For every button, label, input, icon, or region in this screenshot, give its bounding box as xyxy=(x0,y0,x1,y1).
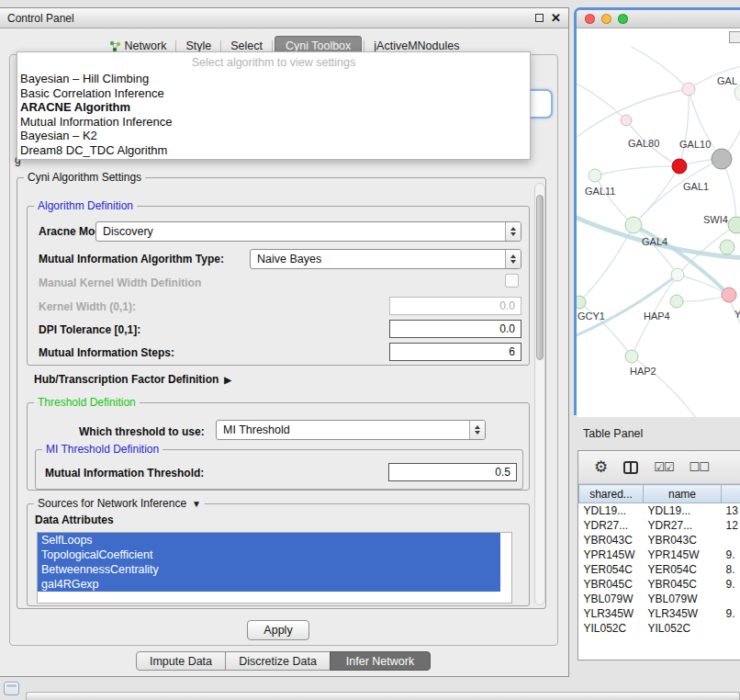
dpi-tolerance-label: DPI Tolerance [0,1]: xyxy=(39,323,140,336)
network-edge[interactable] xyxy=(677,295,729,301)
network-edge[interactable] xyxy=(633,166,679,225)
settings-scrollbar-track[interactable] xyxy=(534,183,545,605)
network-edge[interactable] xyxy=(595,166,679,175)
settings-scrollbar-thumb[interactable] xyxy=(536,195,544,360)
attribute-table: shared... name YDL19... YDL19... 13 YDR2… xyxy=(578,484,740,636)
network-window-titlebar[interactable] xyxy=(577,10,740,28)
attribute-list-item[interactable]: BetweennessCentrality xyxy=(38,562,500,577)
network-node[interactable] xyxy=(671,268,684,281)
tab-label: Network xyxy=(125,40,167,52)
desktop: Control Panel ✕ Network Style xyxy=(0,0,740,700)
collapsed-panel-bar[interactable] xyxy=(26,692,740,700)
table-row[interactable]: YPR145W YPR145W 9. xyxy=(579,548,740,562)
table-row[interactable]: YDL19... YDL19... 13 xyxy=(579,503,740,518)
cell-name: YPR145W xyxy=(644,548,722,562)
bottom-tab-infer-network[interactable]: Infer Network xyxy=(330,651,431,671)
attribute-list-item[interactable]: SelfLoops xyxy=(38,533,500,548)
close-traffic-light[interactable] xyxy=(585,14,595,24)
tab-label: Style xyxy=(185,40,211,52)
dropdown-item[interactable]: Basic Correlation Inference xyxy=(17,86,530,101)
network-edge[interactable] xyxy=(632,47,689,89)
network-node-label: GCY1 xyxy=(577,310,605,322)
network-edge[interactable] xyxy=(595,175,633,225)
network-node[interactable] xyxy=(672,159,687,174)
network-node[interactable] xyxy=(577,296,586,309)
dropdown-item[interactable]: ARACNE Algorithm xyxy=(17,100,530,115)
sources-group: Sources for Network Inference▼ Data Attr… xyxy=(27,503,530,606)
which-threshold-select[interactable]: MI Threshold xyxy=(216,420,486,440)
network-edge[interactable] xyxy=(577,89,689,137)
network-node[interactable] xyxy=(734,85,740,101)
mi-steps-field[interactable] xyxy=(389,343,521,361)
bottom-tab-impute-data[interactable]: Impute Data xyxy=(136,651,226,671)
data-attributes-label: Data Attributes xyxy=(35,514,114,526)
minimize-traffic-light[interactable] xyxy=(601,14,611,24)
network-node-label: GAL11 xyxy=(585,186,615,197)
chevron-down-icon: ▼ xyxy=(192,499,201,509)
dropdown-item[interactable]: Bayesian – Hill Climbing xyxy=(17,72,530,86)
deselect-all-icon[interactable]: ☐☐ xyxy=(690,460,709,474)
close-icon[interactable]: ✕ xyxy=(551,12,561,24)
apply-button[interactable]: Apply xyxy=(247,620,309,640)
zoom-traffic-light[interactable] xyxy=(618,14,628,24)
network-node[interactable] xyxy=(625,217,642,233)
network-node[interactable] xyxy=(728,217,740,233)
table-row[interactable]: YDR27... YDR27... 12 xyxy=(579,518,740,533)
dropdown-item[interactable]: Mutual Information Inference xyxy=(17,115,530,130)
cell-shared-name: YBR043C xyxy=(579,533,644,548)
dropdown-item[interactable]: Bayesian – K2 xyxy=(17,129,530,143)
network-node[interactable] xyxy=(589,169,601,182)
attribute-list-item[interactable]: gal4RGexp xyxy=(38,577,500,592)
minimized-window-icon[interactable] xyxy=(4,682,19,695)
algorithm-dropdown-popup: Select algorithm to view settings Bayesi… xyxy=(17,51,531,160)
dpi-tolerance-field[interactable] xyxy=(389,320,521,338)
table-row[interactable]: YIL052C YIL052C xyxy=(579,621,740,636)
table-row[interactable]: YBR043C YBR043C xyxy=(579,533,740,548)
dropdown-item[interactable]: Dream8 DC_TDC Algorithm xyxy=(17,143,530,158)
cell-shared-name: YLR345W xyxy=(579,606,644,621)
gear-icon[interactable]: ⚙ xyxy=(594,457,608,477)
network-node-label: HAP4 xyxy=(644,310,670,322)
table-panel: ⚙ ☑☑ ☐☐ shared... name YDL19... YDL19... xyxy=(577,450,740,660)
hub-section-toggle[interactable]: Hub/Transcription Factor Definition▶ xyxy=(34,373,231,386)
table-row[interactable]: YLR345W YLR345W 9. xyxy=(579,606,740,621)
network-node-label: GAL xyxy=(717,75,737,86)
kernel-width-field[interactable] xyxy=(389,297,521,315)
tab-label: Select xyxy=(230,40,263,52)
mi-algorithm-type-select[interactable]: Naive Bayes xyxy=(250,249,521,269)
mi-threshold-field[interactable] xyxy=(388,463,517,481)
network-scroll-corner[interactable] xyxy=(729,31,740,43)
network-node-label: GAL1 xyxy=(683,181,709,192)
network-node[interactable] xyxy=(625,350,638,363)
network-node-label: GAL4 xyxy=(642,236,667,247)
table-row[interactable]: YBL079W YBL079W xyxy=(579,592,740,606)
combo-value: Discovery xyxy=(96,225,505,238)
network-node[interactable] xyxy=(682,83,695,96)
network-node[interactable] xyxy=(722,288,736,302)
network-canvas[interactable]: GALGAL80GAL10GAL11GAL1SWI4GAL4GCY1HAP4YH… xyxy=(577,28,740,417)
network-view-window: GALGAL80GAL10GAL11GAL1SWI4GAL4GCY1HAP4YH… xyxy=(574,7,740,415)
bottom-tab-discretize-data[interactable]: Discretize Data xyxy=(225,651,331,671)
table-row[interactable]: YBR045C YBR045C 9. xyxy=(579,577,740,592)
table-row[interactable]: YER054C YER054C 8. xyxy=(579,562,740,577)
network-node[interactable] xyxy=(720,240,734,254)
select-all-icon[interactable]: ☑☑ xyxy=(654,460,673,474)
column-header-name[interactable]: name xyxy=(644,485,722,503)
network-node-label: GAL10 xyxy=(679,139,711,150)
table-panel-title: Table Panel xyxy=(583,427,643,440)
sources-section-toggle[interactable]: Sources for Network Inference▼ xyxy=(34,497,205,511)
column-header-clipped[interactable] xyxy=(722,485,740,503)
float-window-icon[interactable] xyxy=(535,14,544,22)
column-header-shared[interactable]: shared... xyxy=(579,485,644,503)
network-edge[interactable] xyxy=(577,84,626,120)
network-edge[interactable] xyxy=(678,275,729,295)
network-node[interactable] xyxy=(621,115,632,126)
aracne-mode-select[interactable]: Discovery xyxy=(95,221,521,242)
network-node[interactable] xyxy=(670,295,683,308)
network-node[interactable] xyxy=(712,149,732,169)
network-edge[interactable] xyxy=(577,275,678,335)
network-edge[interactable] xyxy=(679,89,689,166)
manual-kernel-width-checkbox[interactable] xyxy=(505,274,519,288)
column-selector-icon[interactable] xyxy=(623,461,638,474)
attribute-list-item[interactable]: TopologicalCoefficient xyxy=(38,548,500,562)
